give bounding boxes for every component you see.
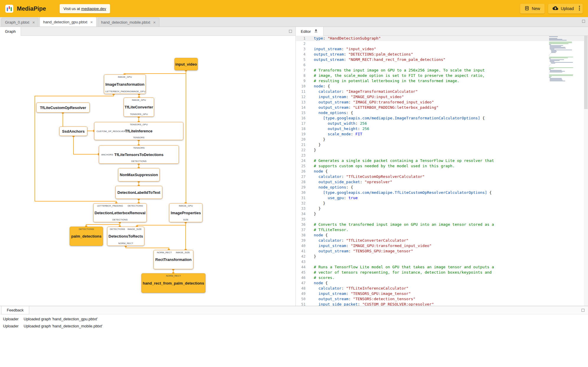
graph-node-detections-to-rects[interactable]: DETECTIONS IMAGE_SIZE DetectionsToRects … [107, 227, 144, 246]
tab-graph[interactable]: Graph [0, 27, 21, 36]
feedback-message: Uploaded graph 'hand_detection_mobile.pb… [24, 324, 102, 328]
code-line: 37# TfLiteTensor. [296, 227, 588, 233]
line-number: 20 [296, 137, 310, 142]
popout-feedback-icon[interactable] [582, 309, 584, 312]
code-editor[interactable]: 1type: "HandDetectionSubgraph"23input_st… [296, 36, 588, 306]
code-text: output_stream: "LETTERBOX_PADDING:letter… [310, 105, 439, 110]
graph-node-image-properties[interactable]: IMAGE_GPU ImageProperties SIZE [169, 203, 202, 222]
download-icon[interactable] [314, 29, 318, 34]
code-text: output_height: 256 [310, 126, 369, 131]
file-tab-hand-detection-mobile[interactable]: hand_detection_mobile.pbtxt × [98, 18, 159, 27]
port-label: CUSTOM_OP_RESOLVER [97, 130, 125, 132]
minimap-line [549, 38, 557, 39]
code-text: output_stream: "NORM_RECT:hand_rect_from… [310, 57, 445, 62]
port-label: TENSORS [133, 136, 145, 139]
node-input-ports: DETECTIONS [71, 228, 102, 230]
minimap-line [549, 73, 549, 73]
upload-button[interactable]: Upload [548, 4, 578, 14]
graph-canvas[interactable]: input_video IMAGE_GPU ImageTransformatio… [0, 36, 296, 306]
line-number: 42 [296, 254, 310, 259]
line-number: 8 [296, 73, 310, 78]
graph-node-palm-detections[interactable]: DETECTIONS palm_detections [70, 227, 103, 246]
code-line: 44# Runs a TensorFlow Lite model on GPU … [296, 264, 588, 270]
code-text: input_stream: "input_video" [310, 46, 376, 52]
popout-graph-icon[interactable] [289, 30, 292, 33]
graph-node-input-video[interactable]: input_video [174, 58, 198, 70]
minimap-line [550, 45, 563, 46]
node-output-ports: TENSORS_GPU [125, 113, 153, 116]
node-input-ports: NORM_RECT [143, 275, 204, 277]
code-text: node_options: { [310, 185, 353, 190]
minimap-line [551, 53, 551, 54]
line-number: 30 [296, 190, 310, 195]
node-output-ports: SIZE [171, 218, 201, 221]
code-text: input_side_packet: "CUSTOM_OP_RESOLVER:o… [310, 302, 434, 306]
graph-node-tflite-converter[interactable]: IMAGE_GPU TfLiteConverter TENSORS_GPU [124, 98, 154, 117]
port-label: LETTERBOX_PADDING [97, 204, 123, 207]
code-line: 15 node_options: { [296, 110, 588, 116]
code-line: 26node { [296, 169, 588, 174]
file-tab-graph-0[interactable]: Graph_0.pbtxt × [1, 18, 38, 27]
code-line: 2 [296, 41, 588, 46]
line-number: 7 [296, 68, 310, 73]
code-text: output_side_packet: "opresolver" [310, 179, 392, 185]
minimap-line [549, 55, 549, 56]
port-label: IMAGE_SIZE [176, 251, 190, 254]
port-label: DETECTIONS [112, 218, 128, 221]
feedback-header: Feedback [0, 306, 588, 314]
line-number: 31 [296, 195, 310, 201]
code-line: 40 input_stream: "IMAGE_GPU:transformed_… [296, 243, 588, 249]
code-text: calculator: "TfLiteInferenceCalculator" [310, 286, 409, 291]
scrollbar-thumb[interactable] [584, 36, 588, 109]
line-number: 46 [296, 275, 310, 280]
graph-node-non-max-suppression[interactable]: NonMaxSuppression [118, 168, 160, 181]
node-label: hand_rect_from_palm_detections [143, 281, 204, 285]
line-number: 4 [296, 52, 310, 57]
file-tab-label: hand_detection_gpu.pbtxt [43, 20, 87, 24]
code-text: } [310, 254, 316, 259]
graph-node-tflite-custom-op-resolver[interactable]: TfLiteCustomOpResolver [36, 103, 90, 113]
line-number: 35 [296, 217, 310, 222]
graph-node-rect-transformation[interactable]: NORM_RECT IMAGE_SIZE RectTransformation [153, 250, 193, 269]
code-text: scale_mode: FIT [310, 131, 362, 137]
file-tab-hand-detection-gpu[interactable]: hand_detection_gpu.pbtxt × [40, 17, 96, 27]
code-text: [type.googleapis.com/mediapipe.ImageTran… [310, 116, 485, 121]
close-tab-icon[interactable]: × [90, 20, 93, 24]
graph-node-image-transformation[interactable]: IMAGE_GPU ImageTransformation LETTERBOX_… [104, 74, 146, 94]
minimap-line [549, 74, 573, 75]
line-number: 49 [296, 291, 310, 296]
minimap-line [550, 61, 554, 62]
graph-node-ssd-anchors[interactable]: SsdAnchors [59, 126, 87, 136]
expand-editor-icon[interactable] [582, 20, 585, 23]
line-number: 10 [296, 84, 310, 89]
line-number: 19 [296, 131, 310, 137]
visit-us-chip[interactable]: Visit us at mediapipe.dev [60, 4, 110, 13]
code-text: # TfLiteTensor. [310, 227, 348, 233]
tab-editor[interactable]: Editor [296, 27, 324, 36]
code-text: node: { [310, 84, 330, 89]
tab-feedback[interactable]: Feedback [1, 306, 29, 314]
more-options-button[interactable] [578, 4, 583, 14]
code-line: 24# Generates a single side packet conta… [296, 158, 588, 163]
new-graph-button[interactable]: New [520, 4, 545, 14]
close-tab-icon[interactable]: × [153, 20, 156, 25]
close-tab-icon[interactable]: × [32, 20, 35, 25]
line-number: 47 [296, 280, 310, 286]
node-output-ports: DETECTIONS [100, 160, 177, 163]
feedback-entry: Uploader Uploaded graph 'hand_detection_… [3, 324, 585, 328]
graph-node-detection-label-id-to-text[interactable]: DetectionLabelIdToText [115, 186, 162, 199]
code-line: 6 [296, 62, 588, 68]
graph-node-tflite-inference[interactable]: TENSORS_GPU CUSTOM_OP_RESOLVER TfLiteInf… [94, 122, 183, 140]
code-text [310, 153, 314, 158]
graph-node-detection-letterbox-removal[interactable]: LETTERBOX_PADDING DETECTIONS DetectionLe… [93, 203, 147, 222]
file-tab-label: Graph_0.pbtxt [5, 20, 29, 25]
minimap-line [550, 46, 561, 47]
editor-minimap[interactable] [549, 36, 577, 82]
code-text: node { [310, 233, 328, 238]
graph-node-tflite-tensors-to-detections[interactable]: TENSORS ANCHORS TfLiteTensorsToDetection… [99, 145, 179, 164]
node-input-ports: NORM_RECT IMAGE_SIZE [155, 251, 192, 254]
graph-node-hand-rect-from-palm-detections[interactable]: NORM_RECT hand_rect_from_palm_detections [141, 273, 205, 293]
mediapipe-dev-link[interactable]: mediapipe.dev [81, 7, 106, 11]
editor-scrollbar[interactable] [584, 36, 588, 306]
code-text: input_stream: "IMAGE_GPU:transformed_inp… [310, 243, 432, 249]
